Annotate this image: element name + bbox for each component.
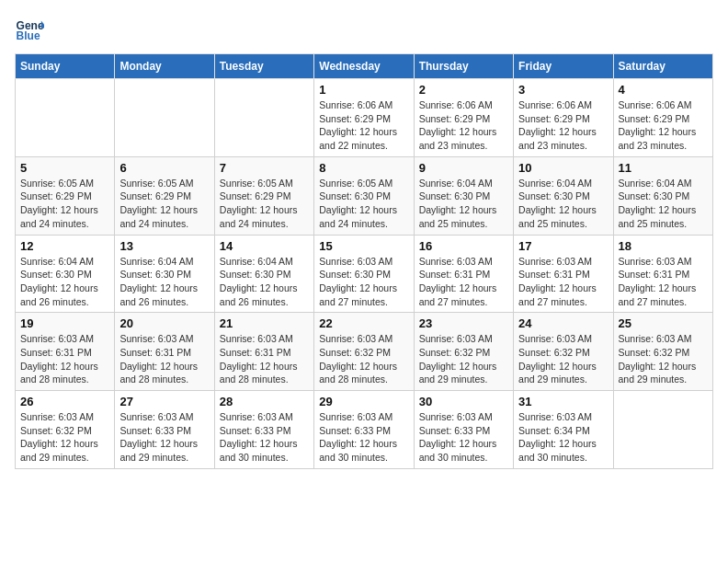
day-number: 17 [518,239,608,253]
calendar-cell [613,391,712,469]
week-row-3: 12Sunrise: 6:04 AM Sunset: 6:30 PM Dayli… [16,235,713,313]
day-info: Sunrise: 6:03 AM Sunset: 6:34 PM Dayligh… [518,410,608,465]
day-number: 19 [20,316,109,330]
day-info: Sunrise: 6:04 AM Sunset: 6:30 PM Dayligh… [518,177,608,231]
day-info: Sunrise: 6:03 AM Sunset: 6:32 PM Dayligh… [319,332,408,386]
day-number: 5 [20,161,109,175]
weekday-header-row: SundayMondayTuesdayWednesdayThursdayFrid… [16,54,713,79]
day-info: Sunrise: 6:04 AM Sunset: 6:30 PM Dayligh… [20,255,109,309]
day-info: Sunrise: 6:03 AM Sunset: 6:31 PM Dayligh… [220,332,309,386]
day-number: 10 [518,161,608,175]
day-number: 7 [220,161,309,175]
calendar-cell: 3Sunrise: 6:06 AM Sunset: 6:29 PM Daylig… [514,79,613,157]
calendar-cell: 7Sunrise: 6:05 AM Sunset: 6:29 PM Daylig… [214,156,313,235]
weekday-header-wednesday: Wednesday [314,54,414,79]
calendar-cell [16,79,115,157]
day-info: Sunrise: 6:04 AM Sunset: 6:30 PM Dayligh… [220,255,309,309]
calendar-cell: 22Sunrise: 6:03 AM Sunset: 6:32 PM Dayli… [314,313,414,391]
day-info: Sunrise: 6:05 AM Sunset: 6:29 PM Dayligh… [20,177,109,231]
calendar-cell: 21Sunrise: 6:03 AM Sunset: 6:31 PM Dayli… [214,313,313,391]
calendar-cell: 24Sunrise: 6:03 AM Sunset: 6:32 PM Dayli… [514,313,613,391]
calendar-cell: 4Sunrise: 6:06 AM Sunset: 6:29 PM Daylig… [613,79,712,157]
weekday-header-monday: Monday [115,54,214,79]
week-row-5: 26Sunrise: 6:03 AM Sunset: 6:32 PM Dayli… [16,391,713,469]
calendar-cell: 20Sunrise: 6:03 AM Sunset: 6:31 PM Dayli… [115,313,214,391]
weekday-header-tuesday: Tuesday [214,54,313,79]
day-info: Sunrise: 6:03 AM Sunset: 6:31 PM Dayligh… [619,255,708,309]
day-number: 8 [319,161,408,175]
day-info: Sunrise: 6:06 AM Sunset: 6:29 PM Dayligh… [619,98,708,153]
calendar-cell: 19Sunrise: 6:03 AM Sunset: 6:31 PM Dayli… [16,313,115,391]
day-number: 16 [419,239,508,253]
calendar-cell: 12Sunrise: 6:04 AM Sunset: 6:30 PM Dayli… [16,235,115,313]
day-info: Sunrise: 6:03 AM Sunset: 6:31 PM Dayligh… [20,332,109,386]
day-info: Sunrise: 6:04 AM Sunset: 6:30 PM Dayligh… [419,177,508,231]
day-number: 23 [419,316,508,330]
day-number: 20 [119,316,209,330]
calendar-cell: 13Sunrise: 6:04 AM Sunset: 6:30 PM Dayli… [115,235,214,313]
day-info: Sunrise: 6:03 AM Sunset: 6:33 PM Dayligh… [119,410,209,465]
week-row-1: 1Sunrise: 6:06 AM Sunset: 6:29 PM Daylig… [16,79,713,157]
day-info: Sunrise: 6:06 AM Sunset: 6:29 PM Dayligh… [419,98,508,153]
day-info: Sunrise: 6:03 AM Sunset: 6:33 PM Dayligh… [419,410,508,465]
day-number: 13 [119,239,209,253]
logo: General Blue [15,15,48,44]
day-number: 12 [20,239,109,253]
day-number: 27 [119,395,209,408]
day-number: 30 [419,395,508,408]
day-number: 3 [518,83,608,97]
day-info: Sunrise: 6:03 AM Sunset: 6:33 PM Dayligh… [319,410,408,465]
day-number: 4 [619,83,708,97]
calendar-cell: 31Sunrise: 6:03 AM Sunset: 6:34 PM Dayli… [514,391,613,469]
day-number: 18 [619,239,708,253]
calendar-cell: 11Sunrise: 6:04 AM Sunset: 6:30 PM Dayli… [613,156,712,235]
day-info: Sunrise: 6:03 AM Sunset: 6:30 PM Dayligh… [319,255,408,309]
page-header: General Blue [15,15,713,44]
week-row-4: 19Sunrise: 6:03 AM Sunset: 6:31 PM Dayli… [16,313,713,391]
day-info: Sunrise: 6:06 AM Sunset: 6:29 PM Dayligh… [319,98,408,153]
weekday-header-sunday: Sunday [16,54,115,79]
day-info: Sunrise: 6:03 AM Sunset: 6:31 PM Dayligh… [518,255,608,309]
weekday-header-thursday: Thursday [414,54,513,79]
calendar-cell [214,79,313,157]
calendar-cell [115,79,214,157]
week-row-2: 5Sunrise: 6:05 AM Sunset: 6:29 PM Daylig… [16,156,713,235]
day-number: 6 [119,161,209,175]
day-number: 24 [518,316,608,330]
calendar-cell: 9Sunrise: 6:04 AM Sunset: 6:30 PM Daylig… [414,156,513,235]
calendar-cell: 2Sunrise: 6:06 AM Sunset: 6:29 PM Daylig… [414,79,513,157]
day-info: Sunrise: 6:05 AM Sunset: 6:29 PM Dayligh… [119,177,209,231]
calendar-cell: 26Sunrise: 6:03 AM Sunset: 6:32 PM Dayli… [16,391,115,469]
calendar-cell: 25Sunrise: 6:03 AM Sunset: 6:32 PM Dayli… [613,313,712,391]
calendar-cell: 29Sunrise: 6:03 AM Sunset: 6:33 PM Dayli… [314,391,414,469]
calendar-cell: 16Sunrise: 6:03 AM Sunset: 6:31 PM Dayli… [414,235,513,313]
day-info: Sunrise: 6:04 AM Sunset: 6:30 PM Dayligh… [619,177,708,231]
day-info: Sunrise: 6:05 AM Sunset: 6:30 PM Dayligh… [319,177,408,231]
calendar-cell: 18Sunrise: 6:03 AM Sunset: 6:31 PM Dayli… [613,235,712,313]
weekday-header-friday: Friday [514,54,613,79]
day-info: Sunrise: 6:03 AM Sunset: 6:32 PM Dayligh… [619,332,708,386]
day-number: 14 [220,239,309,253]
day-number: 9 [419,161,508,175]
day-number: 25 [619,316,708,330]
calendar-cell: 1Sunrise: 6:06 AM Sunset: 6:29 PM Daylig… [314,79,414,157]
day-number: 29 [319,395,408,408]
calendar-cell: 14Sunrise: 6:04 AM Sunset: 6:30 PM Dayli… [214,235,313,313]
day-info: Sunrise: 6:03 AM Sunset: 6:31 PM Dayligh… [419,255,508,309]
calendar-table: SundayMondayTuesdayWednesdayThursdayFrid… [15,53,713,469]
day-info: Sunrise: 6:03 AM Sunset: 6:32 PM Dayligh… [419,332,508,386]
day-info: Sunrise: 6:03 AM Sunset: 6:33 PM Dayligh… [220,410,309,465]
day-info: Sunrise: 6:06 AM Sunset: 6:29 PM Dayligh… [518,98,608,153]
day-number: 1 [319,83,408,97]
day-info: Sunrise: 6:04 AM Sunset: 6:30 PM Dayligh… [119,255,209,309]
calendar-cell: 28Sunrise: 6:03 AM Sunset: 6:33 PM Dayli… [214,391,313,469]
svg-text:Blue: Blue [17,29,40,42]
day-number: 15 [319,239,408,253]
calendar-cell: 10Sunrise: 6:04 AM Sunset: 6:30 PM Dayli… [514,156,613,235]
day-number: 31 [518,395,608,408]
calendar-cell: 5Sunrise: 6:05 AM Sunset: 6:29 PM Daylig… [16,156,115,235]
day-info: Sunrise: 6:03 AM Sunset: 6:32 PM Dayligh… [518,332,608,386]
calendar-cell: 8Sunrise: 6:05 AM Sunset: 6:30 PM Daylig… [314,156,414,235]
calendar-cell: 17Sunrise: 6:03 AM Sunset: 6:31 PM Dayli… [514,235,613,313]
day-number: 21 [220,316,309,330]
